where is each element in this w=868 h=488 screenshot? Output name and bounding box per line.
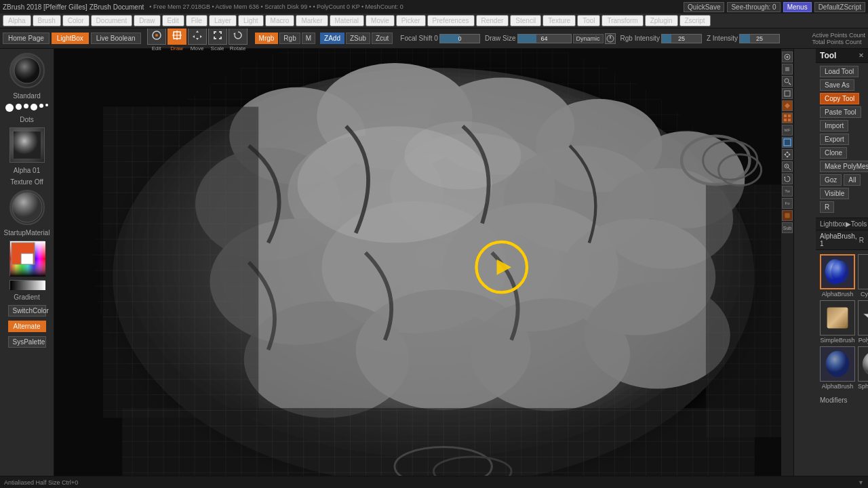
zcut-button[interactable]: Zcut bbox=[372, 33, 393, 44]
focal-shift-slider[interactable]: 0 bbox=[439, 34, 480, 43]
visible-button[interactable]: Visible bbox=[820, 188, 849, 199]
tool-spherebrush[interactable]: SphereBrush bbox=[858, 346, 868, 390]
focus-button[interactable]: Fo bbox=[782, 198, 793, 209]
menu-movie[interactable]: Movie bbox=[366, 15, 395, 26]
draw-size-slider[interactable]: 64 bbox=[517, 34, 572, 43]
m-button[interactable]: M bbox=[302, 33, 315, 44]
r-label[interactable]: R bbox=[859, 237, 864, 244]
all-button[interactable]: All bbox=[844, 174, 861, 186]
tool-alphabrush2[interactable]: AlphaBrush bbox=[820, 346, 855, 390]
status-bar: Antialiased Half Size Ctrl+0 ▼ bbox=[0, 476, 868, 488]
svg-line-61 bbox=[789, 83, 791, 85]
active-brush-row: AlphaBrush, 1 R bbox=[816, 230, 868, 250]
zadd-button[interactable]: ZAdd bbox=[320, 33, 344, 44]
gradient-button[interactable] bbox=[9, 280, 45, 289]
defaultzscript-button[interactable]: DefaultZScript bbox=[814, 2, 865, 12]
svg-point-86 bbox=[826, 351, 850, 377]
tool-close-icon[interactable]: ✕ bbox=[859, 52, 864, 59]
menu-zscript[interactable]: Zscript bbox=[679, 15, 711, 26]
material-button[interactable] bbox=[9, 190, 45, 225]
tab-lightbox[interactable]: LightBox bbox=[52, 33, 89, 44]
menu-zplugin[interactable]: Zplugin bbox=[645, 15, 678, 26]
paste-tool-button[interactable]: Paste Tool bbox=[820, 106, 861, 118]
menu-texture[interactable]: Texture bbox=[542, 15, 576, 26]
dynamic-button[interactable]: Dynamic bbox=[573, 34, 604, 43]
tool-alphabrush[interactable]: AlphaBrush bbox=[820, 254, 855, 298]
sub-button[interactable]: Sub bbox=[782, 222, 793, 233]
tool-polymesh3d[interactable]: PolyMesh3D bbox=[858, 300, 868, 344]
menu-document[interactable]: Document bbox=[91, 15, 133, 26]
zoom-view-button[interactable] bbox=[782, 76, 793, 87]
remesh-button[interactable] bbox=[782, 210, 793, 221]
wireframe-button[interactable]: WF bbox=[782, 125, 793, 136]
make-polymesh-button[interactable]: Make PolyMesh3D bbox=[820, 161, 868, 172]
draw-toolbar: Home Page LightBox Live Boolean Edit Dra… bbox=[0, 28, 868, 49]
menu-macro[interactable]: Macro bbox=[265, 15, 295, 26]
menu-file[interactable]: File bbox=[186, 15, 208, 26]
r-button[interactable]: R bbox=[820, 201, 834, 213]
menu-color[interactable]: Color bbox=[62, 15, 90, 26]
quicksave-button[interactable]: QuickSave bbox=[684, 2, 724, 12]
scroll-button[interactable] bbox=[782, 64, 793, 75]
tool-simplebrush[interactable]: SimpleBrush bbox=[820, 300, 855, 344]
svg-point-1 bbox=[155, 34, 158, 37]
menu-marker[interactable]: Marker bbox=[296, 15, 328, 26]
scroll-indicator: ▼ bbox=[858, 479, 864, 486]
tool-row-3: Import Export bbox=[820, 120, 864, 145]
clone-button[interactable]: Clone bbox=[820, 147, 847, 159]
canvas-area[interactable] bbox=[54, 49, 793, 476]
alpha-button[interactable] bbox=[9, 127, 45, 163]
rgb-intensity-slider[interactable]: 25 bbox=[661, 34, 702, 43]
load-tool-button[interactable]: Load Tool bbox=[820, 66, 859, 77]
draw-size-dial[interactable] bbox=[605, 33, 616, 44]
frame-button[interactable] bbox=[782, 137, 793, 148]
tab-live-boolean[interactable]: Live Boolean bbox=[91, 33, 141, 44]
import-button[interactable]: Import bbox=[820, 120, 848, 131]
brush-circle[interactable] bbox=[9, 53, 45, 88]
svg-point-10 bbox=[12, 192, 42, 222]
menu-draw[interactable]: Draw bbox=[134, 15, 160, 26]
tab-homepage[interactable]: Home Page bbox=[3, 33, 50, 44]
rotall-button[interactable] bbox=[782, 174, 793, 184]
export-button[interactable]: Export bbox=[820, 134, 849, 145]
menu-light[interactable]: Light bbox=[238, 15, 264, 26]
save-as-button[interactable]: Save As bbox=[820, 79, 854, 91]
svg-marker-72 bbox=[784, 176, 785, 179]
twist-button[interactable]: Tw bbox=[782, 186, 793, 197]
window-title: ZBrush 2018 [Pfeiffer Gilles] ZBrush Doc… bbox=[3, 3, 144, 11]
lightbox-tools-header[interactable]: Lightbox▶Tools bbox=[816, 218, 868, 230]
alternate-button[interactable]: Alternate bbox=[8, 321, 46, 332]
menu-layer[interactable]: Layer bbox=[209, 15, 237, 26]
goz-button[interactable]: Goz bbox=[820, 174, 842, 186]
menu-edit[interactable]: Edit bbox=[162, 15, 184, 26]
copy-tool-button[interactable]: Copy Tool bbox=[820, 93, 859, 104]
svg-point-8 bbox=[14, 58, 40, 83]
menu-brush[interactable]: Brush bbox=[33, 15, 61, 26]
zoomd-button[interactable] bbox=[782, 161, 793, 172]
actual-button[interactable] bbox=[782, 88, 793, 99]
menu-stencil[interactable]: Stencil bbox=[510, 15, 541, 26]
spy-button[interactable] bbox=[782, 52, 793, 62]
menu-preferences[interactable]: Preferences bbox=[427, 15, 475, 26]
rgb-button[interactable]: Rgb bbox=[279, 33, 300, 44]
move-view-button[interactable] bbox=[782, 149, 793, 160]
color-swatch[interactable] bbox=[9, 241, 45, 276]
z-intensity-slider[interactable]: 25 bbox=[739, 34, 780, 43]
mrgb-button[interactable]: Mrgb bbox=[255, 33, 279, 44]
seethrough-button[interactable]: See-through: 0 bbox=[727, 2, 780, 12]
svg-rect-45 bbox=[706, 184, 784, 437]
syspalette-button[interactable]: SysPalette bbox=[8, 336, 46, 348]
svg-point-47 bbox=[404, 121, 521, 189]
menus-button[interactable]: Menus bbox=[783, 2, 812, 12]
snap-button[interactable] bbox=[782, 100, 793, 111]
menu-render[interactable]: Render bbox=[476, 15, 509, 26]
menu-tool[interactable]: Tool bbox=[577, 15, 600, 26]
tool-cylinder3d[interactable]: Cylinder3D bbox=[858, 254, 868, 298]
menu-material[interactable]: Material bbox=[330, 15, 365, 26]
zsub-button[interactable]: ZSub bbox=[346, 33, 370, 44]
menu-alpha[interactable]: Alpha bbox=[3, 15, 31, 26]
menu-transform[interactable]: Transform bbox=[601, 15, 643, 26]
switch-color-button[interactable]: SwitchColor bbox=[8, 305, 46, 317]
grid-button[interactable] bbox=[782, 113, 793, 123]
menu-picker[interactable]: Picker bbox=[396, 15, 426, 26]
